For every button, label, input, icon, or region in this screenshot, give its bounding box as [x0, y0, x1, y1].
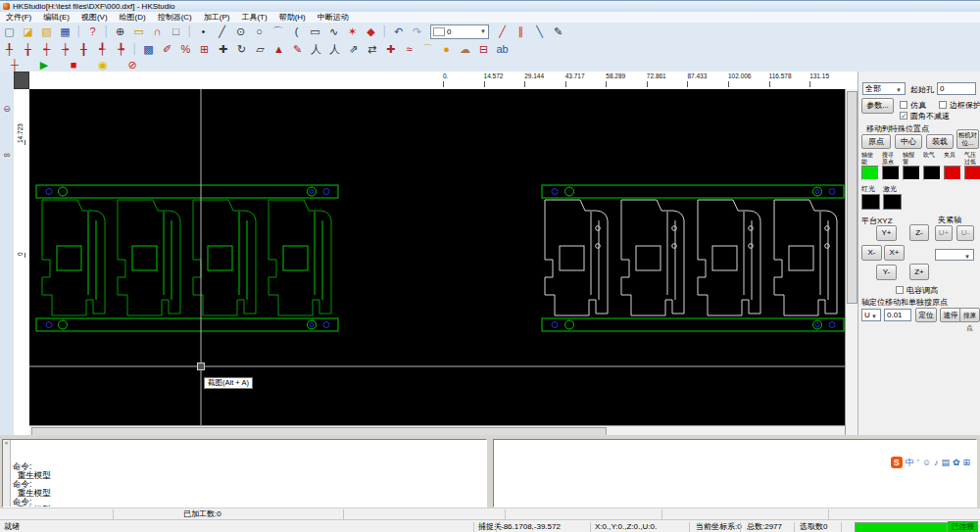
- mirror-icon[interactable]: ▱: [252, 42, 269, 56]
- array-grid-icon[interactable]: ⊞: [196, 42, 213, 56]
- sogou-logo-icon[interactable]: S: [891, 457, 903, 468]
- home-axis-button[interactable]: 搜原点: [959, 308, 980, 322]
- skin-icon[interactable]: ✿: [953, 457, 960, 468]
- measure-icon[interactable]: ▭: [130, 24, 147, 38]
- menu-item[interactable]: 帮助(H): [273, 12, 312, 23]
- punctuation-icon[interactable]: ’: [917, 457, 919, 468]
- menu-item[interactable]: 中断运动: [312, 12, 355, 23]
- warning-mirror-icon[interactable]: ▲: [270, 42, 287, 56]
- draw-rect-icon[interactable]: ▭: [307, 24, 323, 38]
- jog-u-minus-button[interactable]: U-: [956, 225, 974, 241]
- lead-7-icon[interactable]: ╄: [113, 42, 129, 56]
- draw-star-icon[interactable]: ✶: [344, 24, 361, 38]
- pause-alarm-icon[interactable]: ◉: [92, 58, 114, 72]
- lead-3-icon[interactable]: ┽: [38, 42, 55, 56]
- jog-y-plus-button[interactable]: Y+: [876, 225, 897, 241]
- edit-pen-icon[interactable]: ✎: [289, 42, 306, 56]
- start-icon[interactable]: ▶: [33, 58, 55, 72]
- bridge-icon[interactable]: ≈: [401, 42, 417, 56]
- axis-step-input[interactable]: [884, 309, 911, 321]
- jog-z-minus-button[interactable]: Z-: [909, 224, 929, 241]
- zoom-out-tool-icon[interactable]: ⊖: [0, 104, 14, 114]
- brush-icon[interactable]: ✐: [159, 42, 175, 56]
- zoom-extents-icon[interactable]: ⊕: [112, 24, 128, 38]
- load-button[interactable]: 装载: [926, 134, 954, 149]
- mark-line-blue-icon[interactable]: ╲: [531, 24, 548, 38]
- vertical-scrollbar-thumb[interactable]: [847, 91, 858, 304]
- draw-arc-icon[interactable]: ⌒: [270, 24, 286, 38]
- draw-polyline-icon[interactable]: ∿: [325, 24, 342, 38]
- menu-item[interactable]: 视图(V): [75, 12, 114, 23]
- arc-fit-icon[interactable]: ⌒: [419, 42, 436, 56]
- mark-line-icon[interactable]: ╱: [494, 24, 511, 38]
- menu-item[interactable]: 工具(T): [235, 12, 272, 23]
- menu-item[interactable]: 绘图(D): [114, 12, 152, 23]
- disable-icon[interactable]: ⊘: [122, 58, 143, 72]
- select-box-icon[interactable]: □: [168, 24, 184, 38]
- axis-select-combo[interactable]: U▼: [861, 309, 881, 321]
- stop-icon[interactable]: ■: [63, 58, 84, 72]
- new-file-icon[interactable]: ▢: [1, 24, 18, 38]
- center-snap-icon[interactable]: ✚: [382, 42, 399, 56]
- voice-icon[interactable]: ♪: [934, 457, 939, 468]
- simulate-checkbox[interactable]: [900, 101, 907, 109]
- grid-cut-icon[interactable]: ⊟: [475, 42, 492, 56]
- log-scrollbar[interactable]: ×: [3, 440, 11, 507]
- mark-lines-icon[interactable]: ∥: [513, 24, 529, 38]
- save-icon[interactable]: ▦: [57, 24, 74, 38]
- start-hole-input[interactable]: [937, 82, 976, 95]
- vertical-scrollbar[interactable]: [845, 89, 858, 435]
- help-icon[interactable]: ?: [84, 24, 101, 38]
- draw-arc-3pt-icon[interactable]: (: [288, 24, 305, 38]
- corner-slow-checkbox[interactable]: ✓: [900, 112, 907, 120]
- rotate-icon[interactable]: ↻: [233, 42, 250, 56]
- open-append-icon[interactable]: ▧: [38, 24, 55, 38]
- menu-item[interactable]: 文件(F): [0, 12, 37, 23]
- cloud-icon[interactable]: ☁: [457, 42, 473, 56]
- lead-6-icon[interactable]: ╃: [94, 42, 111, 56]
- lead-4-icon[interactable]: ┾: [57, 42, 74, 56]
- link-tool-icon[interactable]: ∞: [0, 150, 14, 160]
- redo-icon[interactable]: ↷: [409, 24, 425, 38]
- emoji-icon[interactable]: ☺: [922, 457, 931, 468]
- drawing-canvas[interactable]: 截图(Alt + A): [29, 89, 845, 425]
- flip-icon[interactable]: ⇄: [364, 42, 380, 56]
- jog-z-plus-button[interactable]: Z+: [909, 264, 929, 280]
- capacitor-checkbox[interactable]: [896, 286, 904, 294]
- keyboard-icon[interactable]: ▤: [941, 457, 950, 468]
- menu-item[interactable]: 加工(P): [198, 12, 236, 23]
- draw-circle-icon[interactable]: ○: [251, 24, 268, 38]
- output-panel[interactable]: S 中’☺♪▤✿⊞: [493, 439, 977, 508]
- quick-stop-button[interactable]: 速停: [940, 308, 961, 322]
- command-log[interactable]: × 命令: 重生模型命令: 重生模型命令: 重生模型命令: 重生模型命令: |: [2, 439, 487, 508]
- draw-line-icon[interactable]: ╱: [214, 24, 230, 38]
- menu-item[interactable]: 编辑(E): [37, 12, 75, 23]
- undo-icon[interactable]: ↶: [390, 24, 407, 38]
- pen-tool-icon[interactable]: ✎: [550, 24, 566, 38]
- clamp-axis-combo[interactable]: ▼: [935, 249, 974, 261]
- cn-en-icon[interactable]: 中: [906, 457, 914, 468]
- scope-combo[interactable]: 全部▼: [862, 82, 906, 95]
- fill-circle-icon[interactable]: ●: [438, 42, 455, 56]
- move-icon[interactable]: ✚: [215, 42, 231, 56]
- scale-percent-icon[interactable]: %: [177, 42, 194, 56]
- text-tool-icon[interactable]: ab: [494, 42, 511, 56]
- center-button[interactable]: 中心: [895, 134, 922, 149]
- jog-y-minus-button[interactable]: Y-: [876, 265, 897, 280]
- open-folder-icon[interactable]: ◪: [20, 24, 36, 38]
- menu-item[interactable]: 控制器(C): [152, 12, 198, 23]
- locate-button[interactable]: 定位: [915, 308, 937, 322]
- border-protect-checkbox[interactable]: [939, 101, 947, 109]
- jog-x-minus-button[interactable]: X-: [861, 245, 882, 261]
- toolbox-icon[interactable]: ⊞: [962, 457, 970, 468]
- node-edit-1-icon[interactable]: 人: [308, 42, 324, 56]
- curve-tool-icon[interactable]: ∩: [149, 24, 166, 38]
- draw-circle-center-icon[interactable]: ⊙: [232, 24, 249, 38]
- erase-icon[interactable]: ◆: [363, 24, 379, 38]
- skew-icon[interactable]: ⇗: [345, 42, 362, 56]
- params-button[interactable]: 参数...: [861, 98, 894, 114]
- layer-color-combo[interactable]: 0 ▼: [430, 24, 489, 39]
- draw-point-icon[interactable]: •: [195, 24, 212, 38]
- jog-x-plus-button[interactable]: X+: [884, 245, 905, 261]
- camera-align-button[interactable]: 相机对 位...: [956, 129, 979, 149]
